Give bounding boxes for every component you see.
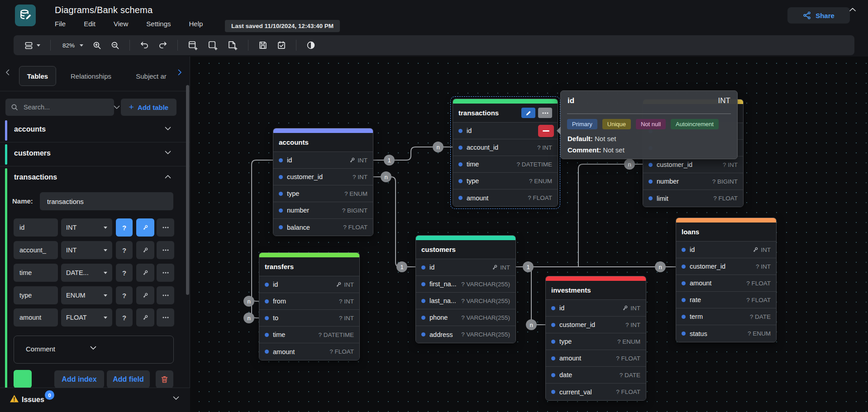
- loans-table[interactable]: loansidINTcustomer_id? INTamount? FLOATr…: [676, 218, 777, 342]
- table-field-row[interactable]: to? INT: [259, 310, 359, 327]
- table-name-input[interactable]: [46, 197, 167, 206]
- field-name-box[interactable]: type: [14, 286, 58, 304]
- field-type-select[interactable]: INT: [61, 218, 112, 237]
- table-field-row[interactable]: idINT: [273, 152, 373, 169]
- primary-key-toggle[interactable]: [136, 218, 154, 237]
- table-search[interactable]: [5, 99, 114, 116]
- field-name-box[interactable]: account_: [14, 241, 58, 259]
- table-field-row[interactable]: last_na...? VARCHAR(255): [416, 293, 515, 309]
- layout-button[interactable]: [21, 38, 43, 52]
- add-note-button[interactable]: [224, 38, 241, 52]
- add-area-button[interactable]: [205, 38, 221, 52]
- customers-table[interactable]: customersidINTfirst_na...? VARCHAR(255)l…: [415, 235, 516, 343]
- delete-table-button[interactable]: [156, 370, 173, 388]
- table-field-row[interactable]: amount? FLOAT: [546, 350, 646, 367]
- relationship-line[interactable]: [531, 267, 545, 325]
- search-input[interactable]: [23, 103, 109, 111]
- table-color-swatch[interactable]: [14, 370, 32, 388]
- table-field-row[interactable]: account_id? INT: [453, 139, 558, 156]
- field-type-select[interactable]: DATE...: [61, 264, 112, 282]
- primary-key-toggle[interactable]: [136, 308, 154, 327]
- diagram-canvas[interactable]: 1nn11nnnnn accountsidINTcustomer_id? INT…: [190, 57, 868, 412]
- relationship-line[interactable]: [373, 177, 415, 267]
- menu-edit[interactable]: Edit: [84, 20, 95, 28]
- table-field-row[interactable]: balance? FLOAT: [273, 219, 373, 236]
- nullable-toggle[interactable]: ?: [116, 264, 133, 282]
- app-logo[interactable]: [15, 5, 36, 26]
- table-field-row[interactable]: idINT: [259, 276, 359, 293]
- add-field-button[interactable]: Add field: [107, 370, 150, 388]
- table-field-row[interactable]: type? ENUM: [273, 185, 373, 202]
- table-field-row[interactable]: date? DATE: [546, 367, 646, 384]
- sidebar-item-transactions[interactable]: transactions: [0, 166, 190, 190]
- comment-collapsible[interactable]: Comment: [14, 336, 174, 364]
- table-field-row[interactable]: number? BIGINT: [643, 173, 743, 190]
- field-type-select[interactable]: ENUM: [61, 286, 112, 304]
- table-field-row[interactable]: first_na...? VARCHAR(255): [416, 276, 515, 293]
- field-options-button[interactable]: [157, 264, 174, 282]
- table-field-row[interactable]: rate? FLOAT: [676, 292, 776, 308]
- table-field-row[interactable]: idINT: [416, 259, 515, 276]
- delete-field-button[interactable]: [538, 125, 554, 137]
- primary-key-toggle[interactable]: [136, 241, 154, 259]
- table-field-row[interactable]: amount? FLOAT: [676, 275, 776, 292]
- table-field-row[interactable]: time? DATETIME: [453, 156, 558, 173]
- table-field-row[interactable]: type? ENUM: [453, 173, 558, 189]
- accounts-table[interactable]: accountsidINTcustomer_id? INTtype? ENUMn…: [273, 128, 373, 236]
- field-options-button[interactable]: [157, 286, 174, 304]
- table-field-row[interactable]: number? BIGINT: [273, 202, 373, 219]
- edit-table-button[interactable]: [521, 108, 535, 118]
- field-type-select[interactable]: FLOAT: [61, 308, 112, 327]
- field-options-button[interactable]: [157, 218, 174, 237]
- nullable-toggle[interactable]: ?: [116, 286, 133, 304]
- menu-help[interactable]: Help: [189, 20, 203, 28]
- field-name-box[interactable]: id: [14, 218, 58, 237]
- zoom-out-button[interactable]: [108, 39, 123, 52]
- toolbar-collapse-button[interactable]: [849, 5, 856, 14]
- table-field-row[interactable]: address? VARCHAR(255): [416, 326, 515, 343]
- table-field-row[interactable]: amount? FLOAT: [259, 343, 359, 360]
- table-field-row[interactable]: current_val? FLOAT: [546, 384, 646, 400]
- tabs-scroll-right-icon[interactable]: [178, 69, 182, 76]
- nullable-toggle[interactable]: ?: [116, 218, 133, 237]
- table-field-row[interactable]: idINT: [546, 300, 646, 317]
- field-options-button[interactable]: [157, 241, 174, 259]
- theme-button[interactable]: [303, 38, 319, 52]
- redo-button[interactable]: [155, 38, 171, 52]
- sidebar-scrollbar[interactable]: [186, 85, 189, 295]
- table-field-row[interactable]: time? DATETIME: [259, 327, 359, 343]
- investments-table[interactable]: investmentsidINTcustomer_id? INTtype? EN…: [545, 276, 646, 401]
- primary-key-toggle[interactable]: [136, 264, 154, 282]
- tab-tables[interactable]: Tables: [19, 66, 56, 86]
- nullable-toggle[interactable]: ?: [116, 241, 133, 259]
- menu-settings[interactable]: Settings: [146, 20, 171, 28]
- transactions-table[interactable]: transactionsidaccount_id? INTtime? DATET…: [453, 99, 558, 207]
- field-name-box[interactable]: time: [14, 264, 58, 282]
- table-field-row[interactable]: from? INT: [259, 293, 359, 310]
- issues-bar[interactable]: Issues 0: [0, 388, 190, 412]
- table-field-row[interactable]: type? ENUM: [546, 333, 646, 350]
- add-index-button[interactable]: Add index: [54, 370, 104, 388]
- table-field-row[interactable]: amount? FLOAT: [453, 189, 558, 206]
- table-field-row[interactable]: customer_id? INT: [676, 258, 776, 275]
- share-button[interactable]: Share: [787, 7, 850, 24]
- tab-subject-ar[interactable]: Subject ar: [128, 66, 175, 86]
- menu-file[interactable]: File: [55, 20, 66, 28]
- relationship-line[interactable]: [578, 164, 643, 267]
- table-field-row[interactable]: customer_id? INT: [546, 317, 646, 333]
- table-field-row[interactable]: term? DATE: [676, 308, 776, 325]
- chevron-down-icon[interactable]: [114, 105, 120, 109]
- field-name-box[interactable]: amount: [14, 308, 58, 327]
- menu-view[interactable]: View: [114, 20, 128, 28]
- add-table-button[interactable]: [185, 38, 201, 52]
- sidebar-item-accounts[interactable]: accounts: [0, 118, 190, 142]
- field-type-select[interactable]: INT: [61, 241, 112, 259]
- table-field-row[interactable]: status? ENUM: [676, 325, 776, 342]
- field-options-button[interactable]: [157, 308, 174, 327]
- sidebar-item-customers[interactable]: customers: [0, 142, 190, 166]
- todo-button[interactable]: [274, 38, 289, 52]
- zoom-in-button[interactable]: [90, 39, 105, 52]
- transfers-table[interactable]: transfersidINTfrom? INTto? INTtime? DATE…: [259, 252, 360, 360]
- table-options-button[interactable]: [538, 108, 552, 118]
- primary-key-toggle[interactable]: [136, 286, 154, 304]
